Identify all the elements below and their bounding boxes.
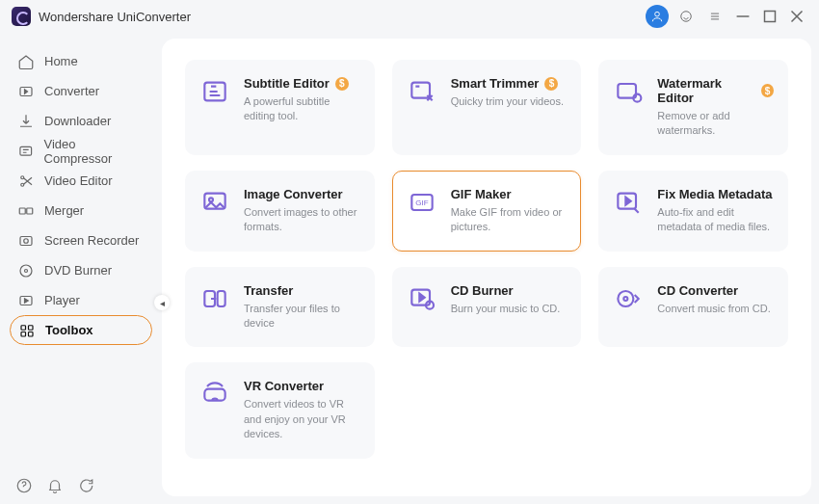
maximize-button[interactable] — [759, 6, 780, 27]
subtitle-icon — [199, 76, 230, 107]
svg-rect-15 — [29, 325, 34, 330]
cd-burn-icon — [407, 283, 437, 314]
tool-title: CD Burner — [451, 283, 514, 298]
tool-desc: Convert videos to VR and enjoy on your V… — [244, 397, 360, 441]
svg-rect-17 — [29, 332, 34, 336]
tool-subtitle-editor[interactable]: Subtitle Editor$ A powerful subtitle edi… — [185, 60, 375, 155]
titlebar: Wondershare UniConverter — [0, 0, 819, 33]
tool-desc: A powerful subtitle editing tool. — [244, 94, 360, 124]
tool-title: Fix Media Metadata — [657, 187, 772, 201]
tool-watermark-editor[interactable]: Watermark Editor$ Remove or add watermar… — [598, 60, 788, 155]
image-icon — [199, 187, 230, 218]
tool-desc: Make GIF from video or pictures. — [451, 205, 568, 235]
sidebar-item-home[interactable]: Home — [10, 46, 152, 76]
sidebar-item-editor[interactable]: Video Editor — [10, 166, 152, 196]
sidebar: Home Converter Downloader Video Compress… — [0, 33, 162, 504]
minimize-button[interactable] — [732, 6, 753, 27]
sidebar-item-merger[interactable]: Merger — [10, 196, 152, 225]
app-title: Wondershare UniConverter — [39, 10, 191, 24]
close-button[interactable] — [786, 6, 807, 27]
sidebar-item-label: Screen Recorder — [44, 233, 139, 248]
cd-convert-icon — [613, 283, 644, 314]
home-icon — [17, 53, 35, 70]
help-icon[interactable] — [15, 477, 33, 494]
svg-text:GIF: GIF — [415, 198, 428, 206]
svg-rect-16 — [21, 332, 26, 336]
tool-title: Smart Trimmer — [451, 76, 540, 91]
svg-rect-2 — [765, 12, 776, 22]
tool-desc: Burn your music to CD. — [451, 302, 568, 316]
tool-transfer[interactable]: Transfer Transfer your files to device — [185, 267, 375, 348]
scissors-icon — [17, 172, 35, 190]
svg-rect-9 — [20, 236, 32, 245]
merger-icon — [17, 202, 35, 220]
disc-icon — [17, 262, 35, 279]
sidebar-item-compressor[interactable]: Video Compressor — [10, 136, 152, 166]
sidebar-item-dvdburner[interactable]: DVD Burner — [10, 255, 152, 285]
svg-rect-29 — [218, 291, 225, 306]
premium-badge: $ — [761, 84, 774, 97]
trimmer-icon — [407, 76, 437, 107]
tool-fix-metadata[interactable]: Fix Media Metadata Auto-fix and edit met… — [598, 171, 788, 252]
transfer-icon — [199, 283, 230, 314]
compressor-icon — [17, 143, 35, 160]
tool-vr-converter[interactable]: VR Converter Convert videos to VR and en… — [185, 362, 375, 458]
tool-cd-burner[interactable]: CD Burner Burn your music to CD. — [392, 267, 582, 348]
tool-desc: Auto-fix and edit metadata of media file… — [657, 205, 774, 235]
download-icon — [17, 113, 35, 130]
sidebar-collapse-button[interactable]: ◂ — [154, 295, 170, 310]
sidebar-item-player[interactable]: Player — [10, 285, 152, 315]
menu-icon[interactable] — [703, 5, 727, 28]
svg-point-32 — [619, 291, 634, 306]
converter-icon — [17, 83, 35, 100]
support-icon[interactable] — [674, 5, 698, 28]
tool-smart-trimmer[interactable]: Smart Trimmer$ Quicky trim your videos. — [392, 60, 582, 155]
svg-point-1 — [681, 12, 692, 22]
app-logo — [12, 7, 31, 26]
recorder-icon — [17, 232, 35, 250]
tool-image-converter[interactable]: Image Converter Convert images to other … — [185, 171, 375, 252]
sidebar-item-label: Toolbox — [45, 323, 93, 337]
sidebar-item-recorder[interactable]: Screen Recorder — [10, 225, 152, 255]
tool-title: GIF Maker — [451, 187, 512, 201]
tool-title: Transfer — [244, 283, 293, 298]
premium-badge: $ — [335, 77, 349, 91]
player-icon — [17, 292, 35, 309]
toolbox-icon — [18, 322, 36, 339]
metadata-icon — [613, 187, 644, 218]
tool-desc: Convert music from CD. — [657, 302, 774, 316]
sidebar-item-toolbox[interactable]: Toolbox — [10, 315, 152, 345]
gif-icon: GIF — [407, 187, 437, 218]
sidebar-item-label: Player — [44, 293, 80, 307]
svg-rect-4 — [20, 146, 32, 155]
notifications-icon[interactable] — [46, 477, 64, 494]
tool-gif-maker[interactable]: GIF GIF Maker Make GIF from video or pic… — [392, 171, 582, 252]
tool-cd-converter[interactable]: CD Converter Convert music from CD. — [598, 267, 788, 348]
svg-point-11 — [20, 265, 32, 277]
sidebar-item-converter[interactable]: Converter — [10, 76, 152, 106]
sidebar-item-label: Home — [44, 54, 78, 68]
tool-desc: Transfer your files to device — [244, 302, 360, 332]
sidebar-item-label: Video Editor — [44, 173, 113, 188]
watermark-icon — [613, 76, 644, 107]
tool-title: CD Converter — [657, 283, 738, 298]
svg-point-12 — [25, 269, 28, 272]
tool-desc: Quicky trim your videos. — [451, 94, 568, 109]
vr-icon — [199, 379, 230, 410]
sidebar-item-downloader[interactable]: Downloader — [10, 106, 152, 136]
feedback-icon[interactable] — [77, 477, 94, 494]
sidebar-item-label: Merger — [44, 203, 84, 218]
tool-title: VR Converter — [244, 379, 324, 393]
tool-desc: Convert images to other formats. — [244, 205, 360, 235]
main-content: Subtitle Editor$ A powerful subtitle edi… — [162, 39, 811, 496]
account-icon[interactable] — [646, 5, 669, 28]
sidebar-item-label: Video Compressor — [44, 137, 145, 166]
svg-point-33 — [624, 297, 628, 301]
premium-badge: $ — [544, 77, 558, 91]
svg-rect-14 — [21, 325, 26, 330]
svg-point-6 — [21, 183, 24, 186]
svg-rect-7 — [19, 208, 25, 214]
sidebar-item-label: Downloader — [44, 114, 111, 128]
svg-rect-8 — [27, 208, 33, 214]
tool-title: Image Converter — [244, 187, 343, 201]
